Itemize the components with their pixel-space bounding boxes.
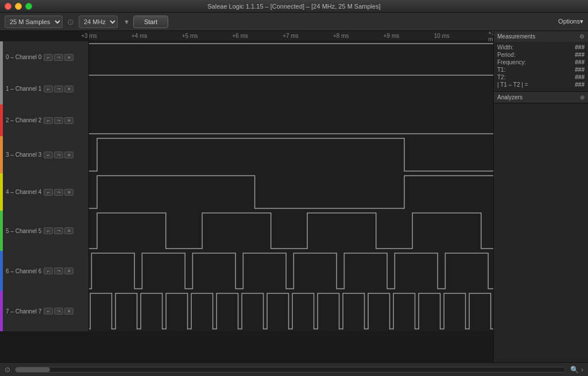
ctrl-btn-6-1[interactable]: ¬ xyxy=(54,268,63,274)
channel-signal-2[interactable] xyxy=(89,104,493,136)
channel-controls-4: ⌐¬× xyxy=(44,189,74,196)
start-button[interactable]: Start xyxy=(133,15,168,28)
channel-signal-6[interactable] xyxy=(89,251,493,291)
time-label-4: +7 ms xyxy=(283,33,299,39)
channel-color-bar-7 xyxy=(0,291,3,331)
ctrl-btn-4-1[interactable]: ¬ xyxy=(54,189,63,196)
width-value: ### xyxy=(575,44,585,51)
ctrl-btn-7-0[interactable]: ⌐ xyxy=(44,308,53,315)
close-button[interactable] xyxy=(5,3,11,10)
analyzers-add-icon[interactable]: ⊕ xyxy=(580,94,585,100)
frequency-select[interactable]: 24 MHz xyxy=(79,15,118,28)
signal-svg-7 xyxy=(89,291,493,331)
channel-color-bar-1 xyxy=(0,73,3,104)
ctrl-btn-7-1[interactable]: ¬ xyxy=(54,308,63,315)
period-value: ### xyxy=(575,52,585,58)
channel-row-7: 7 – Channel 7⌐¬× xyxy=(0,291,493,331)
ctrl-btn-3-1[interactable]: ¬ xyxy=(54,152,63,158)
channel-label-2: 2 – Channel 2⌐¬× xyxy=(0,104,89,136)
channel-rows: 0 – Channel 0⌐¬×1 – Channel 1⌐¬×2 – Chan… xyxy=(0,41,493,331)
frequency-row: Frequency: ### xyxy=(497,59,585,65)
samples-select[interactable]: 25 M Samples xyxy=(5,15,63,28)
ctrl-btn-0-1[interactable]: ¬ xyxy=(54,54,63,61)
dropdown-arrow: ▼ xyxy=(123,18,130,25)
maximize-button[interactable] xyxy=(25,3,32,10)
timeline-header: +3 ms+4 ms+5 ms+6 ms+7 ms+8 ms+9 ms10 ms… xyxy=(89,31,493,41)
channel-row-1: 1 – Channel 1⌐¬× xyxy=(0,73,493,104)
channel-color-bar-6 xyxy=(0,251,3,291)
signal-svg-1 xyxy=(89,73,493,104)
signal-svg-3 xyxy=(89,136,493,173)
channel-signal-3[interactable] xyxy=(89,136,493,173)
zoom-fit-icon[interactable]: ⊙ xyxy=(5,366,10,374)
bottom-bar: ⊙ 🔍 › xyxy=(0,362,588,376)
channel-controls-6: ⌐¬× xyxy=(44,268,74,274)
time-label-2: +5 ms xyxy=(182,33,198,39)
frequency-label: Frequency: xyxy=(497,59,526,65)
window-controls xyxy=(5,3,32,10)
channel-controls-0: ⌐¬× xyxy=(44,54,74,61)
channel-signal-4[interactable] xyxy=(89,173,493,211)
channel-signal-0[interactable] xyxy=(89,41,493,73)
time-label-0: +3 ms xyxy=(81,33,97,39)
ctrl-btn-2-1[interactable]: ¬ xyxy=(54,117,63,124)
signal-svg-0 xyxy=(89,41,493,73)
minimize-button[interactable] xyxy=(15,3,22,10)
diff-row: | T1 – T2 | = ### xyxy=(497,82,585,88)
ctrl-btn-0-2[interactable]: × xyxy=(64,54,74,61)
ctrl-btn-5-1[interactable]: ¬ xyxy=(54,227,63,234)
t1-value: ### xyxy=(575,67,585,73)
ctrl-btn-2-0[interactable]: ⌐ xyxy=(44,117,53,124)
channel-color-bar-3 xyxy=(0,136,3,173)
options-button[interactable]: Options▾ xyxy=(558,18,583,25)
ctrl-btn-3-2[interactable]: × xyxy=(64,152,74,158)
ctrl-btn-5-0[interactable]: ⌐ xyxy=(44,227,53,234)
measurements-header: Measurements ⚙ xyxy=(494,31,588,42)
signal-svg-6 xyxy=(89,251,493,291)
signal-svg-4 xyxy=(89,173,493,211)
ctrl-btn-7-2[interactable]: × xyxy=(64,308,74,315)
channel-controls-7: ⌐¬× xyxy=(44,308,74,315)
channel-color-bar-5 xyxy=(0,211,3,251)
channel-color-bar-4 xyxy=(0,173,3,211)
analyzers-title: Analyzers xyxy=(497,94,523,100)
channel-signal-1[interactable] xyxy=(89,73,493,104)
channel-label-0: 0 – Channel 0⌐¬× xyxy=(0,41,89,73)
t2-label: T2: xyxy=(497,74,505,80)
channel-row-4: 4 – Channel 4⌐¬× xyxy=(0,173,493,211)
width-row: Width: ### xyxy=(497,44,585,51)
ctrl-btn-6-2[interactable]: × xyxy=(64,268,74,274)
channel-row-3: 3 – Channel 3⌐¬× xyxy=(0,136,493,173)
ctrl-btn-3-0[interactable]: ⌐ xyxy=(44,152,53,158)
window-title: Saleae Logic 1.1.15 – [Connected] – [24 … xyxy=(207,3,380,10)
zoom-in-icon[interactable]: › xyxy=(581,366,583,374)
scroll-thumb[interactable] xyxy=(16,367,50,372)
frequency-value: ### xyxy=(575,59,585,65)
ctrl-btn-0-0[interactable]: ⌐ xyxy=(44,54,53,61)
signal-svg-2 xyxy=(89,104,493,136)
ctrl-btn-5-2[interactable]: × xyxy=(64,227,74,234)
diff-label: | T1 – T2 | = xyxy=(497,82,528,88)
search-icon[interactable]: 🔍 xyxy=(570,366,579,374)
channel-row-5: 5 – Channel 5⌐¬× xyxy=(0,211,493,251)
channel-color-bar-0 xyxy=(0,41,3,73)
ctrl-btn-1-1[interactable]: ¬ xyxy=(54,86,63,92)
ctrl-btn-1-0[interactable]: ⌐ xyxy=(44,86,53,92)
measurements-title: Measurements xyxy=(497,33,535,40)
channel-label-1: 1 – Channel 1⌐¬× xyxy=(0,73,89,104)
ctrl-btn-2-2[interactable]: × xyxy=(64,117,74,124)
channel-row-6: 6 – Channel 6⌐¬× xyxy=(0,251,493,291)
measurements-settings-icon[interactable]: ⚙ xyxy=(579,33,585,40)
time-label-8: +1 ms xyxy=(488,31,493,42)
ctrl-btn-4-2[interactable]: × xyxy=(64,189,74,196)
channel-signal-5[interactable] xyxy=(89,211,493,251)
period-label: Period: xyxy=(497,52,516,58)
channel-controls-2: ⌐¬× xyxy=(44,117,74,124)
channel-signal-7[interactable] xyxy=(89,291,493,331)
ctrl-btn-4-0[interactable]: ⌐ xyxy=(44,189,53,196)
scroll-bar[interactable] xyxy=(15,367,566,373)
ctrl-btn-6-0[interactable]: ⌐ xyxy=(44,268,53,274)
ctrl-btn-1-2[interactable]: × xyxy=(64,86,74,92)
t1-row: T1: ### xyxy=(497,67,585,73)
channel-name-6: 6 – Channel 6 xyxy=(6,268,41,274)
